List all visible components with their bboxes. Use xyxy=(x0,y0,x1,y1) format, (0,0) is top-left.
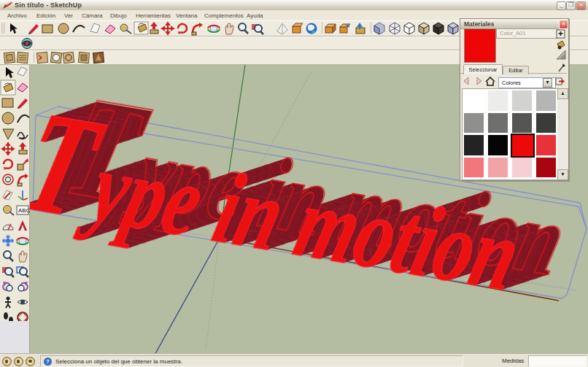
svg-text:ABC: ABC xyxy=(18,207,31,214)
